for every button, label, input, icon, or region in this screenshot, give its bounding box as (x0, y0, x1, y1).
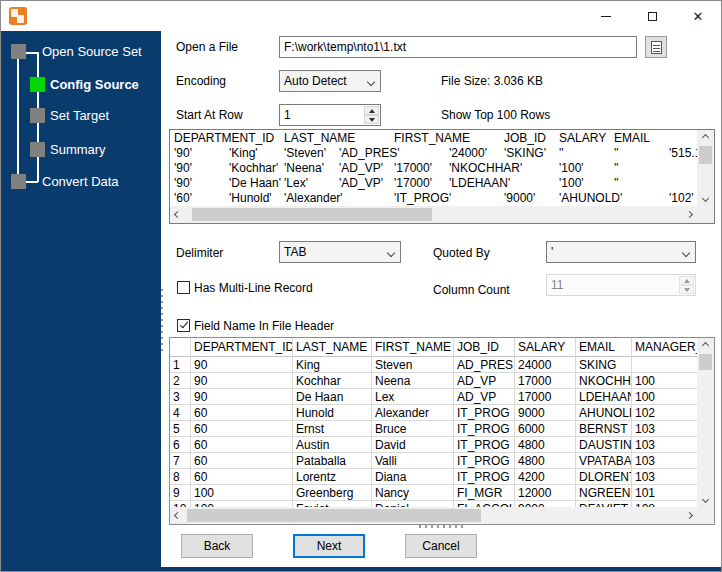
field-header-checkbox[interactable] (177, 319, 190, 332)
grid-cell: Neena (372, 373, 454, 389)
grid-header-cell[interactable]: FIRST_NAME (372, 338, 454, 357)
grid-header-cell[interactable]: JOB_ID (454, 338, 515, 357)
grid-cell: 103 (632, 421, 697, 437)
preview-line: '90' 'Kochhar' 'Neena' 'AD_VP' '17000' '… (174, 161, 697, 176)
next-button[interactable]: Next (293, 534, 365, 558)
grid-cell (632, 357, 697, 373)
scroll-left-button[interactable] (170, 206, 185, 223)
step-indicator-convert-data (11, 174, 26, 189)
grid-cell: IT_PROG (454, 421, 515, 437)
spin-down-button[interactable] (364, 115, 379, 124)
scrollbar-corner (697, 206, 714, 223)
grid-cell: BERNST (576, 421, 632, 437)
scroll-up-button[interactable] (697, 130, 714, 145)
grid-rownum-cell: 3 (170, 389, 191, 405)
grid-row[interactable]: 560ErnstBruceIT_PROG6000BERNST103 (170, 421, 697, 437)
sidebar-splitter-grip[interactable] (161, 289, 163, 353)
scroll-thumb[interactable] (699, 354, 712, 370)
raw-preview-text: DEPARTMENT_ID LAST_NAME FIRST_NAME JOB_I… (170, 130, 697, 206)
grid-cell: 4800 (515, 437, 576, 453)
grid-rownum-cell: 1 (170, 357, 191, 373)
chevron-down-icon (388, 250, 394, 256)
grid-header-cell[interactable]: DEPARTMENT_ID (191, 338, 293, 357)
scroll-right-button[interactable] (682, 206, 697, 223)
grid-row[interactable]: 660AustinDavidIT_PROG4800DAUSTIN103 (170, 437, 697, 453)
splitter-grip[interactable] (419, 525, 467, 528)
grid-row[interactable]: 390De HaanLexAD_VP17000LDEHAAN100 (170, 389, 697, 405)
minimize-button[interactable] (583, 1, 629, 31)
browse-button[interactable] (645, 36, 667, 58)
window-titlebar: ✕ (1, 1, 721, 31)
scroll-thumb[interactable] (187, 509, 481, 522)
maximize-button[interactable] (629, 1, 675, 31)
grid-hscrollbar[interactable] (170, 507, 697, 524)
scroll-right-button[interactable] (682, 507, 697, 524)
grid-cell: 102 (632, 405, 697, 421)
grid-cell: SKING (576, 357, 632, 373)
delimiter-select[interactable]: TAB (279, 241, 401, 263)
sidebar-item-convert-data: Convert Data (42, 174, 119, 189)
cancel-button[interactable]: Cancel (405, 534, 477, 558)
quoted-by-label: Quoted By (433, 246, 490, 261)
open-file-label: Open a File (176, 40, 238, 55)
grid-header-cell[interactable]: SALARY (515, 338, 576, 357)
minimize-icon (601, 16, 611, 17)
grid-rownum-cell: 2 (170, 373, 191, 389)
grid-cell: 17000 (515, 373, 576, 389)
chevron-down-icon (368, 79, 374, 85)
grid-header-cell[interactable]: MANAGER_ID (632, 338, 697, 357)
preview-hscrollbar[interactable] (170, 206, 697, 223)
grid-cell: IT_PROG (454, 469, 515, 485)
grid-cell: Lorentz (293, 469, 372, 485)
grid-row[interactable]: 290KochharNeenaAD_VP17000NKOCHHAR100 (170, 373, 697, 389)
scroll-down-button[interactable] (697, 191, 714, 206)
arrow-down-icon (684, 288, 690, 292)
step-indicator-config-source (30, 77, 45, 92)
arrow-up-icon (684, 279, 690, 283)
grid-cell: VPATABAL (576, 453, 632, 469)
grid-cell: 100 (191, 485, 293, 501)
grid-cell: 90 (191, 373, 293, 389)
grid-cell: Austin (293, 437, 372, 453)
open-file-input[interactable] (279, 36, 637, 58)
grid-row[interactable]: 460HunoldAlexanderIT_PROG9000AHUNOLD102 (170, 405, 697, 421)
grid-row[interactable]: 760PataballaValliIT_PROG4800VPATABAL103 (170, 453, 697, 469)
grid-cell: 60 (191, 421, 293, 437)
grid-cell: 60 (191, 469, 293, 485)
scroll-thumb[interactable] (699, 146, 712, 164)
preview-vscrollbar[interactable] (697, 130, 714, 206)
grid-cell: Pataballa (293, 453, 372, 469)
grid-cell: Hunold (293, 405, 372, 421)
back-button[interactable]: Back (181, 534, 253, 558)
encoding-select[interactable]: Auto Detect (279, 70, 381, 92)
start-at-row-stepper[interactable]: 1 (279, 104, 381, 126)
grid-header-cell[interactable]: EMAIL (576, 338, 632, 357)
multiline-label[interactable]: Has Multi-Line Record (194, 281, 313, 296)
grid-cell: De Haan (293, 389, 372, 405)
app-window: ✕ Open Source Set Config Source Set Targ… (0, 0, 722, 572)
data-grid-viewport: DEPARTMENT_IDLAST_NAMEFIRST_NAMEJOB_IDSA… (170, 338, 697, 507)
grid-body: 190KingStevenAD_PRES24000SKING290Kochhar… (170, 357, 697, 507)
grid-row[interactable]: 9100GreenbergNancyFI_MGR12000NGREENBE101 (170, 485, 697, 501)
close-button[interactable]: ✕ (675, 1, 721, 31)
grid-vscrollbar[interactable] (697, 338, 714, 507)
field-header-label[interactable]: Field Name In File Header (194, 319, 334, 334)
file-size-label: File Size: 3.036 KB (441, 74, 543, 89)
quoted-by-select[interactable]: ' (546, 241, 696, 263)
grid-cell: 60 (191, 405, 293, 421)
grid-row[interactable]: 190KingStevenAD_PRES24000SKING (170, 357, 697, 373)
grid-row[interactable]: 860LorentzDianaIT_PROG4200DLORENTZ103 (170, 469, 697, 485)
data-grid: DEPARTMENT_IDLAST_NAMEFIRST_NAMEJOB_IDSA… (169, 337, 715, 525)
spin-up-button[interactable] (364, 106, 379, 115)
grid-cell: DAUSTIN (576, 437, 632, 453)
grid-cell: NKOCHHAR (576, 373, 632, 389)
grid-cell: Lex (372, 389, 454, 405)
scroll-down-button[interactable] (697, 492, 714, 507)
scroll-thumb[interactable] (192, 208, 432, 221)
scroll-left-button[interactable] (170, 507, 185, 524)
grid-cell: LDEHAAN (576, 389, 632, 405)
multiline-checkbox[interactable] (177, 281, 190, 294)
start-at-row-value: 1 (284, 108, 291, 122)
scroll-up-button[interactable] (697, 338, 714, 353)
grid-header-cell[interactable]: LAST_NAME (293, 338, 372, 357)
